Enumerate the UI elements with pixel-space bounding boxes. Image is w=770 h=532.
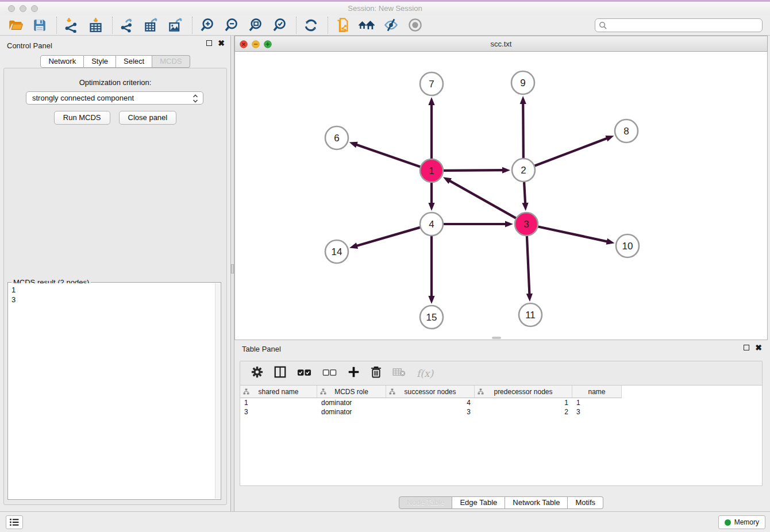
task-history-button[interactable] — [6, 515, 23, 529]
cell-predecessor-nodes[interactable]: 2 — [475, 407, 572, 417]
network-file-button[interactable] — [334, 17, 351, 34]
network-canvas[interactable]: 7968124314101511 — [234, 52, 768, 340]
column-header-predecessor-nodes[interactable]: predecessor nodes — [475, 385, 572, 398]
node-table[interactable]: shared nameMCDS rolesuccessor nodesprede… — [240, 385, 763, 486]
panel-splitter[interactable] — [230, 36, 234, 511]
hierarchy-sort-icon — [243, 388, 249, 395]
open-session-button[interactable] — [7, 17, 24, 34]
result-scrollbar[interactable] — [215, 283, 220, 499]
result-item[interactable]: 1 — [11, 285, 211, 295]
graph-node-label: 14 — [332, 246, 342, 257]
search-input[interactable] — [595, 18, 763, 32]
table-toolbar: f(x) — [240, 361, 763, 385]
home-networks-button[interactable] — [358, 17, 375, 34]
hierarchy-sort-icon — [320, 388, 326, 395]
column-header-MCDS-role[interactable]: MCDS role — [317, 385, 386, 398]
cell-name[interactable]: 3 — [572, 407, 622, 417]
splitter-grip[interactable] — [231, 264, 234, 273]
column-header-shared-name[interactable]: shared name — [240, 385, 317, 398]
cell-MCDS-role[interactable]: dominator — [317, 398, 386, 407]
network-view-window: scc.txt 7968124314101511 — [234, 36, 768, 340]
close-panel-icon[interactable]: ✖ — [218, 40, 225, 46]
zoom-out-button[interactable] — [222, 17, 240, 34]
graph-edge-3-10[interactable] — [538, 226, 609, 241]
import-table-icon — [88, 17, 103, 33]
tab-mcds[interactable]: MCDS — [152, 55, 190, 68]
control-panel-tabs: NetworkStyleSelectMCDS — [0, 55, 230, 68]
column-header-label: predecessor nodes — [494, 388, 552, 396]
graph-edge-1-2[interactable] — [444, 170, 504, 171]
column-header-label: name — [588, 388, 605, 396]
graph-node-label: 7 — [429, 79, 434, 90]
cell-shared-name[interactable]: 1 — [240, 398, 317, 407]
cell-successor-nodes[interactable]: 4 — [386, 398, 475, 407]
optimization-criterion-select[interactable]: strongly connected component — [26, 91, 203, 105]
cell-successor-nodes[interactable]: 3 — [386, 407, 475, 417]
export-table-button[interactable] — [143, 17, 160, 34]
tab-edge-table[interactable]: Edge Table — [452, 496, 505, 509]
graph-edge-2-9[interactable] — [523, 102, 523, 158]
show-column-panel-button[interactable] — [274, 366, 286, 380]
graph-node-label: 11 — [525, 310, 536, 321]
column-header-successor-nodes[interactable]: successor nodes — [386, 385, 475, 398]
apply-layout-button[interactable] — [302, 17, 319, 34]
tab-motifs[interactable]: Motifs — [568, 496, 603, 509]
save-session-button[interactable] — [31, 17, 48, 34]
cell-predecessor-nodes[interactable]: 1 — [475, 398, 572, 407]
graph-edge-4-14[interactable] — [356, 228, 420, 246]
open-folder-icon — [8, 17, 24, 33]
export-image-icon — [168, 17, 183, 33]
export-network-button[interactable] — [118, 17, 136, 34]
network-window-titlebar: scc.txt — [234, 36, 768, 52]
column-header-name[interactable]: name — [572, 385, 622, 398]
graph-edge-2-8[interactable] — [535, 138, 609, 165]
tab-network-table[interactable]: Network Table — [505, 496, 568, 509]
hierarchy-sort-icon — [389, 388, 395, 395]
select-all-columns-button[interactable] — [297, 368, 311, 379]
save-floppy-icon — [32, 18, 47, 33]
graph-edge-3-11[interactable] — [527, 236, 530, 295]
table-settings-button[interactable] — [251, 366, 263, 380]
canvas-scroll-indicator[interactable] — [492, 337, 501, 339]
graph-edge-3-1[interactable] — [449, 180, 516, 218]
import-network-button[interactable] — [63, 17, 80, 34]
float-table-panel-icon[interactable] — [744, 345, 749, 350]
zoom-selected-button[interactable] — [271, 17, 288, 34]
table-row[interactable]: 1dominator411 — [240, 398, 762, 407]
result-item[interactable]: 3 — [11, 295, 211, 304]
export-network-icon — [120, 17, 135, 33]
close-panel-button[interactable]: Close panel — [119, 111, 177, 125]
delete-column-button[interactable] — [371, 366, 382, 380]
cell-shared-name[interactable]: 3 — [240, 407, 317, 417]
memory-button[interactable]: Memory — [718, 515, 765, 529]
search-field-wrap — [595, 18, 763, 32]
zoom-in-button[interactable] — [198, 17, 215, 34]
graph-node-label: 2 — [521, 165, 526, 176]
close-table-panel-icon[interactable]: ✖ — [755, 345, 762, 350]
zoom-fit-button[interactable] — [247, 17, 264, 34]
memory-label: Memory — [734, 518, 759, 526]
add-column-button[interactable] — [348, 366, 360, 380]
hide-graphics-details-button[interactable] — [382, 17, 399, 34]
table-row[interactable]: 3dominator323 — [240, 407, 762, 417]
table-header-row: shared nameMCDS rolesuccessor nodesprede… — [240, 385, 762, 398]
graph-node-label: 1 — [429, 165, 434, 176]
toolbar-separator — [112, 17, 113, 34]
export-image-button[interactable] — [167, 17, 184, 34]
tab-network[interactable]: Network — [40, 55, 84, 68]
graph-edge-1-6[interactable] — [355, 144, 420, 167]
cell-name[interactable]: 1 — [572, 398, 622, 407]
show-graphics-details-button[interactable] — [406, 17, 424, 34]
graph-edge-2-3[interactable] — [524, 182, 525, 205]
run-mcds-button[interactable]: Run MCDS — [54, 111, 110, 125]
tab-style[interactable]: Style — [84, 55, 116, 68]
float-panel-icon[interactable] — [206, 40, 212, 46]
cell-MCDS-role[interactable]: dominator — [317, 407, 386, 417]
tab-select[interactable]: Select — [116, 55, 152, 68]
deselect-all-columns-button[interactable] — [322, 368, 337, 379]
graph-edge-arrowhead — [520, 96, 526, 104]
tab-node-table[interactable]: Node Table — [399, 496, 453, 509]
import-table-button[interactable] — [87, 17, 104, 34]
mcds-result-list[interactable]: 13 — [9, 283, 214, 499]
refresh-icon — [303, 18, 318, 33]
